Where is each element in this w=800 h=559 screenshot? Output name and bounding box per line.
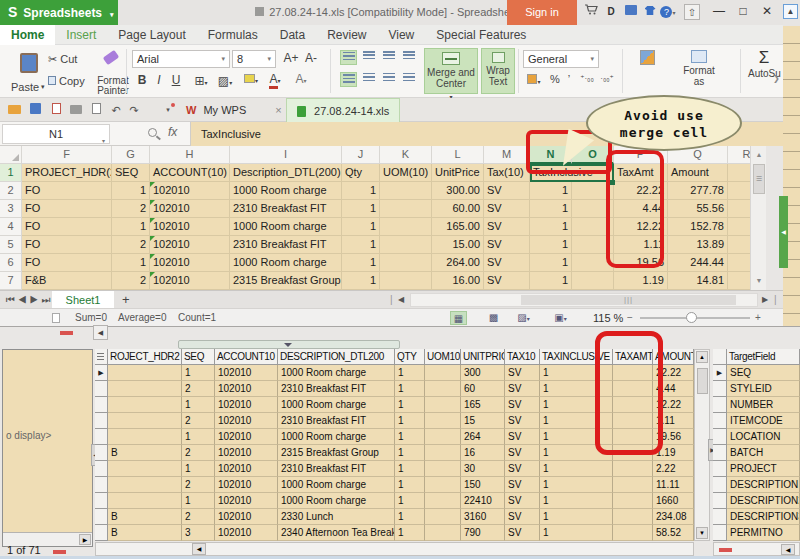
cell[interactable]: 2 [112,272,150,290]
background-scroll-up-icon[interactable]: ▲ [783,4,798,19]
grid-cell[interactable] [425,509,461,525]
zoom-slider-thumb[interactable] [686,312,697,323]
cell[interactable]: 1 [342,236,380,254]
header-cell[interactable]: UOM(10) [380,164,432,182]
row-selector[interactable] [95,445,108,461]
italic-button[interactable]: I [152,73,166,87]
column-header-i[interactable]: I [230,146,342,164]
row-selector[interactable] [95,525,108,541]
cell[interactable]: SV [484,200,530,218]
row-selector[interactable] [713,493,727,509]
grid-cell[interactable] [108,381,182,397]
grid-cell[interactable]: SV [505,413,540,429]
splitter-collapse-bar[interactable] [178,340,400,349]
scroll-down-icon[interactable]: ▼ [751,274,767,288]
grid-cell[interactable]: 60 [461,381,505,397]
cell[interactable]: 1.19 [614,272,668,290]
cell[interactable]: 1 [342,272,380,290]
grid-cell[interactable] [613,509,653,525]
target-field-name[interactable]: DESCRIPTION2 [727,493,800,509]
column-header-f[interactable]: F [22,146,112,164]
scroll-up-icon[interactable]: ▲ [696,351,708,363]
grid-cell[interactable]: 3 [182,525,215,541]
currency-button[interactable]: ▾ [524,74,544,86]
target-field-row[interactable]: PROJECT [713,461,800,477]
target-field-name[interactable]: ITEMCODE [727,413,800,429]
collapse-icon[interactable] [53,550,66,554]
normal-view-icon[interactable]: ▦ [450,311,467,325]
grid-cell[interactable]: SV [505,525,540,541]
row-selector[interactable] [95,509,108,525]
cell[interactable]: 1000 Room charge [230,218,342,236]
cell[interactable]: 2 [112,236,150,254]
grid-cell[interactable] [108,461,182,477]
grid-cell[interactable]: SV [505,493,540,509]
grid-cell[interactable]: 15 [461,413,505,429]
grid-cell[interactable] [108,365,182,381]
header-cell[interactable]: Amount [668,164,728,182]
scroll-thumb[interactable] [697,368,708,394]
target-field-name[interactable]: STYLEID [727,381,800,397]
close-tab-icon[interactable]: × [275,104,281,116]
scroll-left-button[interactable]: ◀ [93,325,108,340]
grid-cell[interactable]: 1 [540,493,613,509]
target-field-row[interactable]: ▶SEQ [713,365,800,381]
paste-button[interactable]: Paste▾ [8,48,44,94]
cart-icon[interactable] [583,4,599,20]
row-number[interactable]: 4 [0,218,22,236]
wrap-text-button[interactable]: Wrap Text [481,48,515,94]
grid-column-tax10[interactable]: TAX10 [505,349,540,365]
header-cell[interactable]: Description_DTL(200) [230,164,342,182]
grid-cell[interactable] [425,397,461,413]
zoom-out-icon[interactable]: − [627,309,633,327]
row-selector[interactable] [713,397,727,413]
grid-cell[interactable]: 102010 [215,525,278,541]
tab-page-layout[interactable]: Page Layout [107,25,196,45]
tab-document[interactable]: 27.08.24-14.xls [286,98,400,122]
grid-cell[interactable]: 1 [395,429,425,445]
scroll-thumb[interactable]: ☰ [753,164,765,194]
grid-cell[interactable]: SV [505,477,540,493]
page-layout-view-icon[interactable]: ▨▾ [515,311,532,325]
cell[interactable]: 16.00 [432,272,484,290]
cell[interactable] [380,236,432,254]
docer-icon[interactable]: D [603,4,619,20]
cell[interactable]: SV [484,236,530,254]
grid-cell[interactable]: 2340 Afternoon Tea Break [278,525,395,541]
cell[interactable] [380,218,432,236]
grid-cell[interactable]: 2310 Breakfast FIT [278,381,395,397]
grid-column-roject_hdr2[interactable]: ROJECT_HDR2 [108,349,182,365]
zoom-level[interactable]: 115 % [593,309,623,327]
align-right-icon[interactable] [380,72,397,87]
grid-column-uom10[interactable]: UOM10 [425,349,461,365]
grid-cell[interactable]: 1 [395,525,425,541]
cell[interactable]: 60.00 [432,200,484,218]
clear-format-button[interactable]: A▾ [290,72,312,86]
grid-cell[interactable]: 1000 Room charge [278,397,395,413]
sheet-horizontal-scrollbar[interactable]: ||| [410,293,758,307]
tab-review[interactable]: Review [316,25,377,45]
row-selector[interactable] [95,397,108,413]
select-all-corner[interactable] [0,146,22,164]
grid-cell[interactable] [613,493,653,509]
grid-cell[interactable]: 2310 Breakfast FIT [278,461,395,477]
grid-cell[interactable]: 102010 [215,477,278,493]
print-icon[interactable] [68,102,84,118]
grid-cell[interactable] [108,413,182,429]
fx-icon[interactable]: fx [168,125,177,139]
row-selector[interactable] [713,461,727,477]
font-color-button[interactable]: A▾ [264,72,286,86]
grid-cell[interactable]: 2330 Lunch [278,509,395,525]
hscroll-left-icon[interactable]: ◀ [398,291,404,309]
number-format-select[interactable]: General▾ [523,50,599,68]
cell[interactable] [572,272,614,290]
cell[interactable]: 1 [342,218,380,236]
row-selector[interactable] [713,509,727,525]
grid-horizontal-scrollbar[interactable]: ◀ [95,542,694,556]
grow-font-button[interactable]: A+ [282,51,300,65]
increase-decimal-button[interactable]: ⁺·₀₀ [578,74,596,83]
row-selector[interactable] [95,493,108,509]
grid-cell[interactable] [425,365,461,381]
target-panel-scrollbar[interactable]: ◀ [713,542,800,556]
conditional-formatting-button[interactable] [632,50,662,67]
